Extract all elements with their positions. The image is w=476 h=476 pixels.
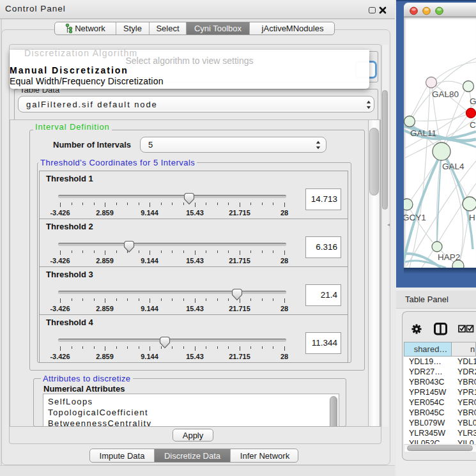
svg-text:HAP2: HAP2 bbox=[438, 252, 460, 262]
svg-text:GA: GA bbox=[470, 96, 476, 106]
svg-text:C: C bbox=[470, 120, 476, 130]
svg-text:GAL4: GAL4 bbox=[442, 162, 464, 171]
svg-text:GAL80: GAL80 bbox=[432, 89, 459, 99]
svg-text:H: H bbox=[469, 213, 475, 222]
svg-text:GAL11: GAL11 bbox=[410, 128, 436, 138]
svg-text:GCY1: GCY1 bbox=[404, 213, 426, 222]
